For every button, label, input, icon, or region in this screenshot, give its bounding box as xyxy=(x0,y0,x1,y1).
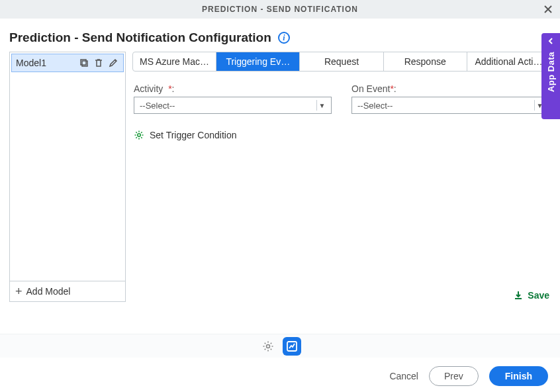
save-button[interactable]: Save xyxy=(132,286,551,302)
chart-icon xyxy=(286,340,298,352)
prev-button[interactable]: Prev xyxy=(429,366,479,386)
on-event-select[interactable]: --Select-- ▼ xyxy=(351,97,549,114)
tab-ms-azure[interactable]: MS Azure Machine Lear… xyxy=(133,52,216,71)
footer-actions: Cancel Prev Finish xyxy=(0,358,560,392)
field-row: Activity *: --Select-- ▼ On Event*: --Se… xyxy=(132,72,551,114)
prediction-button[interactable] xyxy=(283,337,301,356)
window-title: PREDICTION - SEND NOTIFICATION xyxy=(202,5,358,14)
app-data-label: App Data xyxy=(546,52,556,92)
finish-button[interactable]: Finish xyxy=(489,366,548,386)
add-model-button[interactable]: + Add Model xyxy=(10,281,125,301)
activity-select-value: --Select-- xyxy=(140,101,175,111)
trigger-condition-label: Set Trigger Condition xyxy=(150,130,237,140)
svg-rect-3 xyxy=(81,60,86,65)
svg-point-5 xyxy=(267,344,270,348)
page-title: Prediction - Send Notification Configura… xyxy=(9,30,271,45)
app-data-panel-toggle[interactable]: App Data xyxy=(541,33,560,119)
content-spacer xyxy=(132,140,551,286)
tab-triggering-event[interactable]: Triggering Ev… xyxy=(216,52,300,71)
sidebar-item-model1[interactable]: Model1 xyxy=(11,54,124,72)
cancel-button[interactable]: Cancel xyxy=(389,371,418,381)
gear-icon xyxy=(134,130,144,140)
tab-request[interactable]: Request xyxy=(300,52,383,71)
chevron-left-icon xyxy=(547,37,555,45)
add-model-label: Add Model xyxy=(26,286,71,297)
tab-response[interactable]: Response xyxy=(384,52,467,71)
on-event-label: On Event*: xyxy=(351,83,549,94)
activity-field-group: Activity *: --Select-- ▼ xyxy=(134,83,332,114)
chevron-down-icon: ▼ xyxy=(316,100,327,111)
activity-select[interactable]: --Select-- ▼ xyxy=(134,97,332,114)
svg-point-4 xyxy=(138,134,140,136)
page-heading: Prediction - Send Notification Configura… xyxy=(0,19,560,52)
gear-icon xyxy=(262,340,274,352)
save-label: Save xyxy=(528,290,549,301)
activity-label: Activity *: xyxy=(134,83,332,94)
tab-additional-actions[interactable]: Additional Acti… xyxy=(467,52,550,71)
main-layout: Model1 + Add Model xyxy=(0,52,560,302)
download-icon xyxy=(513,290,524,301)
on-event-select-value: --Select-- xyxy=(357,101,393,111)
info-icon[interactable]: i xyxy=(278,32,290,44)
close-icon[interactable] xyxy=(543,0,553,19)
set-trigger-condition[interactable]: Set Trigger Condition xyxy=(134,130,551,140)
config-tabs: MS Azure Machine Lear… Triggering Ev… Re… xyxy=(132,52,551,72)
settings-button[interactable] xyxy=(259,337,277,356)
copy-icon[interactable] xyxy=(78,57,90,69)
model-sidebar: Model1 + Add Model xyxy=(9,52,126,302)
plus-icon: + xyxy=(15,285,23,297)
sidebar-spacer xyxy=(10,74,125,281)
delete-icon[interactable] xyxy=(93,57,105,69)
on-event-field-group: On Event*: --Select-- ▼ xyxy=(351,83,549,114)
svg-rect-2 xyxy=(82,61,87,66)
content-panel: MS Azure Machine Lear… Triggering Ev… Re… xyxy=(132,52,551,302)
title-bar: PREDICTION - SEND NOTIFICATION xyxy=(0,0,560,19)
footer-toolbar xyxy=(0,334,560,358)
sidebar-item-label: Model1 xyxy=(16,58,75,68)
edit-icon[interactable] xyxy=(107,57,119,69)
